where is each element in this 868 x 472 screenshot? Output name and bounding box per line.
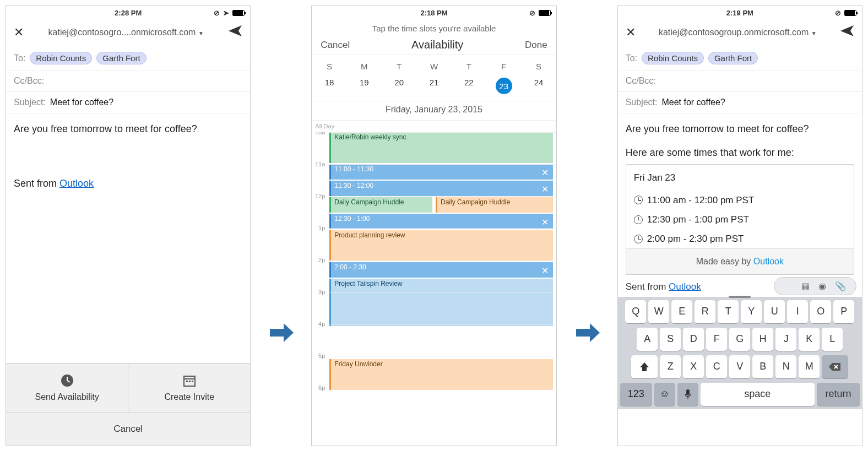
outlook-link[interactable]: Outlook: [753, 257, 784, 266]
selected-date-label: Friday, January 23, 2015: [312, 101, 556, 121]
key-i[interactable]: I: [787, 300, 808, 323]
key-v[interactable]: V: [729, 355, 750, 378]
body-textarea[interactable]: Are you free tomorrow to meet for coffee…: [618, 113, 862, 277]
key-n[interactable]: N: [775, 355, 796, 378]
remove-slot-icon[interactable]: ✕: [541, 217, 549, 227]
key-a[interactable]: A: [637, 328, 658, 351]
recipient-pill[interactable]: Garth Fort: [708, 52, 758, 64]
key-e[interactable]: E: [671, 300, 692, 323]
calendar-nav: Cancel Availability Done: [312, 35, 556, 55]
send-icon[interactable]: [840, 25, 854, 40]
flow-arrow-icon: [573, 319, 601, 346]
key-c[interactable]: C: [706, 355, 727, 378]
numbers-key[interactable]: 123: [620, 383, 652, 406]
day-18[interactable]: 18: [312, 73, 346, 101]
slot-1230[interactable]: 12:30 - 1:00✕: [329, 214, 552, 229]
status-time: 2:18 PM: [420, 9, 447, 17]
location-insert-icon[interactable]: ◉: [818, 281, 826, 291]
key-t[interactable]: T: [718, 300, 739, 323]
attachment-icon[interactable]: 📎: [835, 281, 846, 291]
key-f[interactable]: F: [706, 328, 727, 351]
key-b[interactable]: B: [752, 355, 773, 378]
key-z[interactable]: Z: [660, 355, 681, 378]
day-19[interactable]: 19: [347, 73, 382, 101]
clock-icon: [634, 235, 643, 243]
slot-1130[interactable]: 11:30 - 12:00✕: [329, 181, 552, 196]
hour-label: 1p: [312, 225, 327, 231]
key-h[interactable]: H: [752, 328, 773, 351]
key-q[interactable]: Q: [625, 300, 646, 323]
close-icon[interactable]: ✕: [14, 25, 24, 40]
day-20[interactable]: 20: [382, 73, 416, 101]
close-icon[interactable]: ✕: [626, 25, 636, 40]
event-tailspin[interactable]: Project Tailspin Review: [329, 279, 552, 326]
key-p[interactable]: P: [833, 300, 854, 323]
key-x[interactable]: X: [683, 355, 704, 378]
battery-icon: [232, 10, 245, 16]
made-easy-footer: Made easy by Outlook: [626, 248, 854, 274]
mic-key[interactable]: [677, 383, 698, 406]
calendar-grid[interactable]: Katie/Robin weekly sync 11:00 - 11:30✕ 1…: [312, 132, 556, 446]
key-r[interactable]: R: [695, 300, 715, 323]
compose-screen: 2:28 PM ⊘ ➤ ✕ katiej@contosogro....onmic…: [6, 6, 251, 446]
outlook-link[interactable]: Outlook: [669, 281, 701, 292]
day-21[interactable]: 21: [416, 73, 451, 101]
create-invite-button[interactable]: Create Invite: [128, 364, 250, 412]
subject-field[interactable]: Subject: Meet for coffee?: [6, 92, 250, 113]
from-account-picker[interactable]: katiej@contosogroup.onmicrosoft.com ▼: [659, 28, 817, 37]
key-y[interactable]: Y: [741, 300, 762, 323]
done-button[interactable]: Done: [525, 40, 547, 51]
status-time: 2:19 PM: [726, 9, 753, 17]
emoji-key[interactable]: ☺: [654, 383, 675, 406]
times-date: Fri Jan 23: [626, 165, 854, 191]
remove-slot-icon[interactable]: ✕: [541, 184, 549, 194]
day-23-selected[interactable]: 23: [486, 73, 521, 101]
recipient-pill[interactable]: Robin Counts: [642, 52, 704, 64]
shift-key[interactable]: [631, 355, 658, 378]
cancel-button[interactable]: Cancel: [6, 412, 250, 446]
hour-label: 5p: [312, 352, 327, 359]
recipient-pill[interactable]: Robin Counts: [30, 52, 92, 64]
key-d[interactable]: D: [683, 328, 704, 351]
subject-field[interactable]: Subject: Meet for coffee?: [618, 92, 862, 113]
ccbcc-field[interactable]: Cc/Bcc:: [6, 70, 250, 92]
event-huddle-b[interactable]: Daily Campaign Huddle: [436, 197, 553, 213]
send-icon[interactable]: [228, 25, 242, 40]
day-22[interactable]: 22: [452, 73, 486, 101]
event-unwinder[interactable]: Friday Unwinder: [329, 359, 552, 390]
key-s[interactable]: S: [660, 328, 681, 351]
status-bar: 2:28 PM ⊘ ➤: [6, 6, 250, 19]
space-key[interactable]: space: [701, 383, 815, 406]
key-g[interactable]: G: [729, 328, 750, 351]
send-availability-button[interactable]: Send Availability: [6, 364, 128, 412]
event-sync[interactable]: Katie/Robin weekly sync: [329, 132, 552, 163]
key-o[interactable]: O: [810, 300, 831, 323]
to-field[interactable]: To: Robin Counts Garth Fort: [618, 46, 862, 70]
ccbcc-field[interactable]: Cc/Bcc:: [618, 70, 862, 92]
remove-slot-icon[interactable]: ✕: [541, 265, 549, 276]
hint-text: Tap the time slots you're available: [312, 19, 556, 35]
calendar-insert-icon[interactable]: ▦: [801, 281, 810, 291]
key-u[interactable]: U: [764, 300, 785, 323]
to-field[interactable]: To: Robin Counts Garth Fort: [6, 46, 250, 70]
from-account-picker[interactable]: katiej@contosogro....onmicrosoft.com ▼: [48, 28, 204, 37]
key-j[interactable]: J: [775, 328, 796, 351]
key-k[interactable]: K: [799, 328, 820, 351]
cancel-button[interactable]: Cancel: [321, 40, 350, 51]
key-m[interactable]: M: [799, 355, 820, 378]
key-w[interactable]: W: [648, 300, 669, 323]
backspace-key[interactable]: [822, 355, 848, 378]
recipient-pill[interactable]: Garth Fort: [96, 52, 146, 64]
battery-icon: [844, 10, 856, 16]
event-huddle-a[interactable]: Daily Campaign Huddle: [329, 197, 432, 213]
slot-1100[interactable]: 11:00 - 11:30✕: [329, 164, 552, 180]
return-key[interactable]: return: [817, 383, 860, 406]
week-header: SMTWTFS 18 19 20 21 22 23 24: [312, 55, 556, 101]
slot-1400[interactable]: 2:00 - 2:30✕: [329, 262, 552, 278]
outlook-link[interactable]: Outlook: [59, 178, 94, 189]
remove-slot-icon[interactable]: ✕: [541, 167, 549, 178]
key-l[interactable]: L: [822, 328, 843, 351]
event-product-review[interactable]: Product planning review: [329, 230, 552, 261]
day-24[interactable]: 24: [521, 73, 556, 101]
rotation-lock-icon: ⊘: [214, 9, 220, 17]
